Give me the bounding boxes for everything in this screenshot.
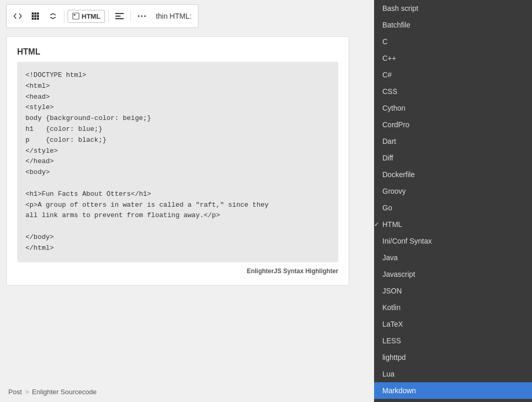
breadcrumb-separator: >: [25, 388, 29, 396]
dropdown-item[interactable]: HTML: [374, 216, 532, 233]
dropdown-item[interactable]: C#: [374, 66, 532, 83]
dropdown-item[interactable]: C: [374, 33, 532, 50]
svg-rect-4: [34, 15, 36, 17]
toolbar-divider-1: [64, 10, 64, 22]
footer-brand: EnlighterJS: [247, 267, 282, 275]
dropdown-item[interactable]: Ini/Conf Syntax: [374, 233, 532, 249]
svg-rect-1: [34, 12, 36, 15]
more-button[interactable]: [134, 8, 150, 24]
dropdown-item[interactable]: Diff: [374, 150, 532, 166]
dropdown-item[interactable]: LESS: [374, 332, 532, 349]
svg-rect-12: [115, 16, 121, 17]
toolbar-divider-2: [108, 10, 109, 22]
language-dropdown[interactable]: Bash scriptBatchfileCC++C#CSSCythonCordP…: [374, 0, 532, 402]
align-button[interactable]: [112, 8, 127, 24]
dropdown-item[interactable]: Bash script: [374, 0, 532, 17]
code-view-button[interactable]: [10, 8, 25, 24]
breadcrumb-part1: Post: [8, 388, 22, 396]
dropdown-item[interactable]: Dart: [374, 133, 532, 150]
svg-point-15: [141, 16, 143, 17]
svg-rect-7: [34, 18, 36, 20]
dropdown-item[interactable]: Markdown: [374, 382, 532, 399]
svg-rect-11: [115, 13, 124, 14]
dropdown-item[interactable]: Batchfile: [374, 17, 532, 33]
dropdown-item[interactable]: CSS: [374, 83, 532, 100]
svg-point-16: [144, 16, 146, 17]
dropdown-item[interactable]: LaTeX: [374, 316, 532, 332]
svg-rect-0: [32, 12, 34, 15]
svg-point-14: [138, 16, 140, 17]
toolbar: HTML thin HTML:: [6, 4, 198, 28]
dropdown-item[interactable]: Kotlin: [374, 299, 532, 316]
arrow-button[interactable]: [45, 8, 61, 24]
code-block[interactable]: <!DOCTYPE html> <html> <head> <style> bo…: [17, 62, 338, 262]
svg-rect-8: [37, 18, 39, 20]
svg-rect-3: [32, 15, 34, 17]
dropdown-item[interactable]: Lua: [374, 366, 532, 382]
breadcrumb-part2: Enlighter Sourcecode: [32, 388, 97, 396]
code-label: HTML: [17, 47, 338, 57]
code-container: HTML <!DOCTYPE html> <html> <head> <styl…: [6, 36, 349, 286]
dropdown-item[interactable]: C++: [374, 50, 532, 66]
breadcrumb: Post > Enlighter Sourcecode: [8, 388, 97, 396]
dropdown-item[interactable]: Groovy: [374, 183, 532, 199]
svg-rect-13: [115, 18, 124, 19]
dropdown-item[interactable]: Java: [374, 249, 532, 266]
footer-text: Syntax Highlighter: [282, 267, 338, 275]
editor-area: HTML thin HTML: HTML <!DOCTYPE html> <ht…: [0, 0, 374, 402]
dropdown-item[interactable]: Javascript: [374, 266, 532, 283]
dropdown-item[interactable]: Cython: [374, 100, 532, 116]
dropdown-item[interactable]: Go: [374, 199, 532, 216]
svg-rect-6: [32, 18, 34, 20]
dropdown-item[interactable]: CordPro: [374, 116, 532, 133]
dropdown-item[interactable]: JSON: [374, 283, 532, 299]
grid-button[interactable]: [28, 8, 43, 24]
dropdown-item[interactable]: lighttpd: [374, 349, 532, 366]
svg-rect-2: [37, 12, 39, 15]
toolbar-divider-3: [130, 10, 131, 22]
svg-rect-9: [73, 13, 79, 19]
svg-rect-5: [37, 15, 39, 17]
dropdown-item[interactable]: MariaDB: [374, 399, 532, 402]
toolbar-title: thin HTML:: [156, 12, 191, 20]
dropdown-item[interactable]: Dockerfile: [374, 166, 532, 183]
code-footer: EnlighterJS Syntax Highlighter: [17, 267, 338, 275]
html-button-label: HTML: [82, 12, 100, 20]
html-button[interactable]: HTML: [68, 10, 105, 23]
svg-rect-10: [74, 14, 75, 16]
